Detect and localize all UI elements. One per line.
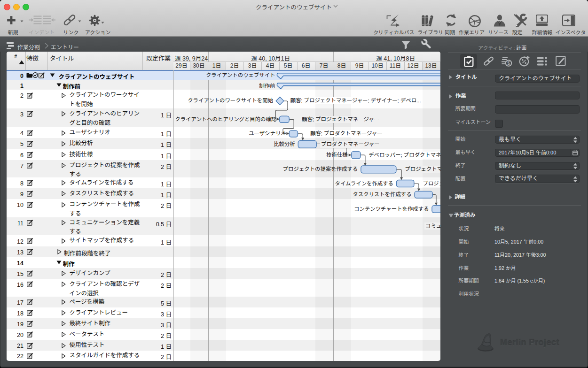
svg-text:$: $ [507,61,510,66]
